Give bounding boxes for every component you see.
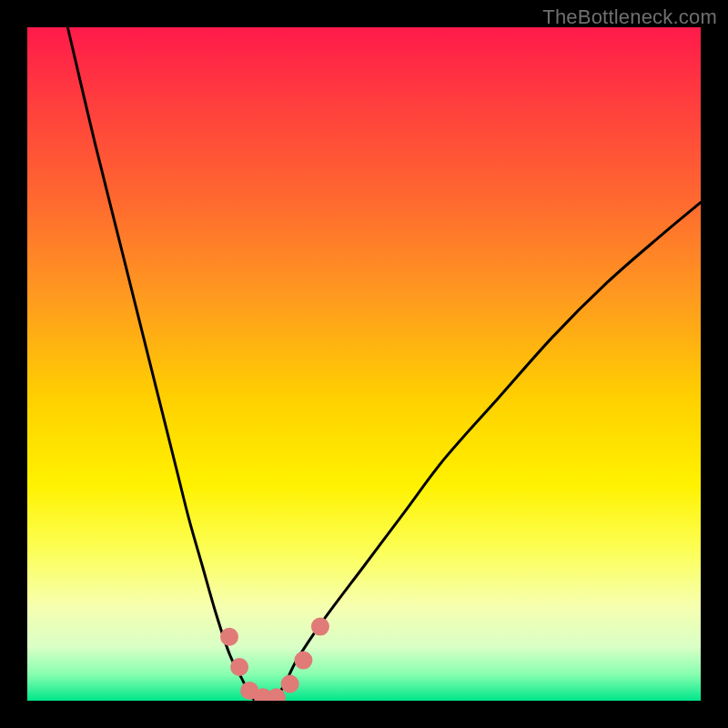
marker-left-upper [220, 628, 238, 646]
marker-group [220, 618, 329, 701]
marker-right-mid [294, 652, 312, 670]
marker-right-upper [311, 618, 329, 636]
marker-bottom-4 [281, 675, 299, 693]
marker-left-mid [230, 658, 248, 676]
plot-area [27, 27, 701, 701]
chart-svg [27, 27, 701, 701]
chart-stage: TheBottleneck.com [0, 0, 728, 728]
bottleneck-curve [67, 27, 701, 701]
watermark-text: TheBottleneck.com [542, 5, 717, 29]
